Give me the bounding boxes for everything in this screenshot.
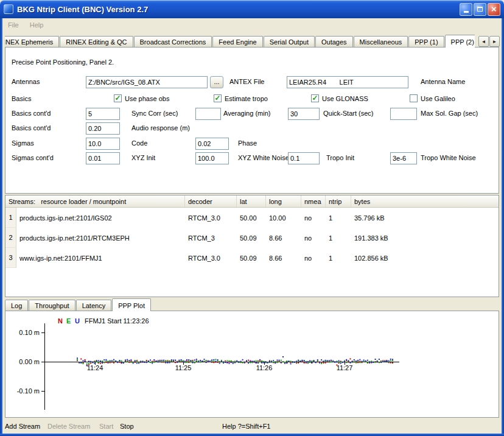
sigma-phase-label: Phase [238,139,257,147]
audio-response-input[interactable] [86,122,120,135]
streams-header-nmea: nmea [301,195,326,207]
cell-lat: 50.09 [237,255,266,262]
main-tabbar: RINEX Ephemeris RINEX Editing & QC Broad… [5,35,475,47]
cell-long: 8.66 [266,255,301,262]
tab-miscellaneous[interactable]: Miscellaneous [354,36,408,47]
cell-decoder: RTCM_3.0 [185,255,237,262]
sigma-phase-input[interactable] [195,138,229,150]
cell-nmea: no [301,234,326,242]
xyz-init-input[interactable] [86,152,120,164]
maximize-button[interactable] [474,3,486,16]
use-galileo-label: Use Galileo [421,95,455,102]
estimate-tropo-label: Estimate tropo [225,95,268,102]
cell-mountpoint: products.igs-ip.net:2101/RTCM3EPH [16,234,185,242]
xyz-white-noise-label: XYZ White Noise [238,154,289,161]
estimate-tropo-checkbox[interactable]: ✓ [214,94,222,102]
sync-corr-label: Sync Corr (sec) [131,110,178,117]
sigma-code-label: Code [131,139,147,147]
bottom-tabbar: Log Throughput Latency PPP Plot [5,298,248,311]
tab-rinex-ephemeris[interactable]: RINEX Ephemeris [5,36,59,47]
row-number: 1 [5,208,16,228]
stop-button[interactable]: Stop [120,423,134,430]
tropo-init-input[interactable] [288,152,320,164]
tab-ppp-2[interactable]: PPP (2) [445,35,475,47]
streams-header-bytes: bytes [351,195,499,207]
window-border-right [502,18,504,436]
tab-log[interactable]: Log [5,300,28,311]
table-row[interactable]: 1 products.igs-ip.net:2101/IGS02 RTCM_3.… [5,208,499,228]
xyz-white-noise-input[interactable] [195,152,229,164]
ppp-panel: Precise Point Positioning, Panel 2. Ante… [5,47,499,194]
tab-scroll-left-button[interactable]: ◄ [478,36,489,47]
tropo-white-noise-input[interactable] [390,152,417,164]
cell-bytes: 35.796 kB [351,214,499,222]
tab-ppp-1[interactable]: PPP (1) [408,36,444,47]
basics-row-label: Basics [12,95,31,102]
cell-decoder: RTCM_3 [185,234,237,242]
quick-start-label: Quick-Start (sec) [323,110,374,117]
antennas-row-label: Antennas [12,78,40,85]
tab-broadcast-corrections[interactable]: Broadcast Corrections [134,36,212,47]
averaging-input[interactable] [195,108,221,120]
cell-long: 10.00 [266,214,301,222]
tab-feed-engine[interactable]: Feed Engine [212,36,262,47]
use-glonass-checkbox[interactable]: ✓ [311,94,319,102]
check-icon: ✓ [312,94,318,102]
sigma-code-input[interactable] [86,138,120,150]
ppp-plot-panel: N E U FFMJ1 Start 11:23:26 0.10 m 0.00 m… [5,311,499,418]
tropo-init-label: Tropo Init [326,154,354,161]
table-row[interactable]: 2 products.igs-ip.net:2101/RTCM3EPH RTCM… [5,228,499,248]
sync-corr-input[interactable] [86,108,120,120]
streams-header-decoder: decoder [185,195,237,207]
minimize-button[interactable] [460,3,472,16]
streams-header-long: long [266,195,301,207]
table-row[interactable]: 3 www.igs-ip.net:2101/FFMJ1 RTCM_3.0 50.… [5,248,499,268]
cell-lat: 50.00 [237,214,266,222]
window-border-bottom [0,434,504,436]
tab-rinex-editing-qc[interactable]: RINEX Editing & QC [60,36,133,47]
tab-ppp-plot[interactable]: PPP Plot [112,298,151,311]
cell-nmea: no [301,255,326,262]
add-stream-button[interactable]: Add Stream [5,423,40,430]
use-galileo-checkbox[interactable] [410,94,418,102]
tab-outages[interactable]: Outages [315,36,353,47]
sigmas2-row-label: Sigmas cont'd [12,154,54,161]
cell-decoder: RTCM_3.0 [185,214,237,222]
sigmas-row-label: Sigmas [12,139,34,147]
cell-nmea: no [301,214,326,222]
app-icon[interactable] [4,4,13,14]
tab-throughput[interactable]: Throughput [29,300,75,311]
tab-latency[interactable]: Latency [76,300,112,311]
minimize-icon [464,11,469,13]
tab-scroll-right-button[interactable]: ► [489,36,500,47]
app-window: BKG Ntrip Client (BNC) Version 2.7 × Fil… [0,0,504,436]
delete-stream-button[interactable]: Delete Stream [47,423,90,430]
maximize-icon [477,7,483,12]
use-phase-obs-label: Use phase obs [125,95,169,102]
panel-caption: Precise Point Positioning, Panel 2. [12,58,114,66]
quick-start-input[interactable] [288,108,320,120]
check-icon: ✓ [214,94,220,102]
use-phase-obs-checkbox[interactable]: ✓ [114,94,122,102]
menu-file[interactable]: File [2,19,24,30]
ppp-plot-canvas [5,311,499,417]
menu-help[interactable]: Help [24,19,49,30]
use-glonass-label: Use GLONASS [322,95,368,102]
check-icon: ✓ [114,94,121,102]
audio-response-label: Audio response (m) [131,124,190,132]
antex-browse-button[interactable]: ... [210,76,223,88]
xyz-init-label: XYZ Init [131,154,155,161]
close-icon: × [491,4,497,13]
averaging-label: Averaging (min) [223,110,270,117]
cell-lat: 50.09 [237,234,266,242]
menubar: File Help [2,18,502,30]
close-button[interactable]: × [488,3,500,16]
start-button[interactable]: Start [99,423,113,430]
max-sol-gap-label: Max Sol. Gap (sec) [421,110,478,117]
antex-file-input[interactable] [86,76,208,88]
tab-serial-output[interactable]: Serial Output [264,36,315,47]
cell-ntrip: 1 [326,255,351,262]
max-sol-gap-input[interactable] [390,108,417,120]
basics2-row-label: Basics cont'd [12,110,51,117]
antenna-name-input[interactable] [287,76,408,88]
